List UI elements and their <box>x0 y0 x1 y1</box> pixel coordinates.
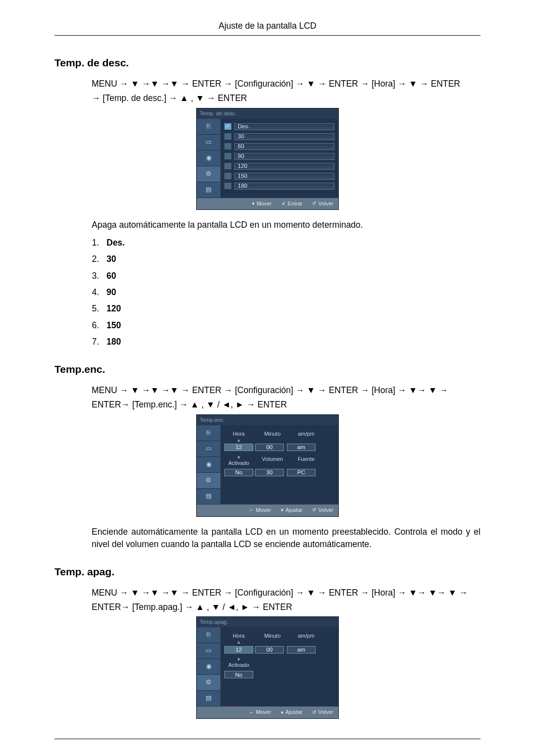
adjust-icon: ♦ <box>281 709 283 716</box>
value-activado[interactable]: No <box>224 671 253 678</box>
option-row[interactable]: 90 <box>224 153 334 160</box>
description-temp-enc: Enciende automáticamente la pantalla LCD… <box>92 526 481 551</box>
osd-tab-strip: ⎘ ▭ ◉ ⚙ ▤ <box>197 425 220 504</box>
tab-sound-icon[interactable]: ◉ <box>197 659 220 675</box>
navpath-temp-de-desc-1: MENU → ▼ →▼ →▼ → ENTER → [Configuración]… <box>92 78 481 90</box>
osd-panel-temp-de-desc: Temp. de desc. ⎘ ▭ ◉ ⚙ ▤ ✓ Des. 30 <box>196 108 339 210</box>
option-row[interactable]: 150 <box>224 173 334 180</box>
value-volumen[interactable]: 30 <box>255 469 284 476</box>
value-ampm[interactable]: am <box>287 646 316 654</box>
up-arrow-icon: ▲ <box>237 640 241 644</box>
osd-footer: ↔Mover ♦Ajustar ↺Volver <box>197 706 338 718</box>
tab-setup-icon[interactable]: ⚙ <box>197 166 220 182</box>
option-label: 30 <box>234 133 334 140</box>
list-item: 30 <box>102 253 481 265</box>
option-label: Des. <box>234 123 334 130</box>
up-arrow-icon: ▲ <box>237 438 241 442</box>
option-label: 60 <box>234 143 334 150</box>
move-icon: ↔ <box>249 709 254 716</box>
osd-tab-strip: ⎘ ▭ ◉ ⚙ ▤ <box>197 119 220 198</box>
page-footer-rule <box>54 739 481 741</box>
navpath-temp-enc-1: MENU → ▼ →▼ →▼ → ENTER → [Configuración]… <box>92 384 481 397</box>
list-item: 90 <box>102 286 481 299</box>
value-ampm[interactable]: am <box>287 444 316 451</box>
back-icon: ↺ <box>312 709 316 716</box>
label-hora: Hora▲ <box>224 430 253 442</box>
label-activado: ▼Activado <box>224 657 253 669</box>
tab-picture-icon[interactable]: ▭ <box>197 643 220 659</box>
navpath-temp-de-desc-2: → [Temp. de desc.] → ▲ , ▼ → ENTER <box>92 92 481 104</box>
value-minuto[interactable]: 00 <box>255 444 284 451</box>
heading-temp-apag: Temp. apag. <box>54 564 481 579</box>
tab-multi-icon[interactable]: ▤ <box>197 182 220 198</box>
option-row[interactable]: 180 <box>224 183 334 190</box>
radio-icon <box>224 143 231 150</box>
radio-icon <box>224 183 231 189</box>
value-hora[interactable]: 12 <box>224 444 253 451</box>
value-hora[interactable]: 12 <box>224 646 253 654</box>
radio-icon <box>224 133 231 140</box>
option-label: 150 <box>234 173 334 180</box>
label-volumen: Volumen <box>258 455 287 467</box>
tab-sound-icon[interactable]: ◉ <box>197 151 220 166</box>
label-minuto: Minuto <box>258 430 287 442</box>
tab-picture-icon[interactable]: ▭ <box>197 441 220 457</box>
footer-move: Mover <box>256 708 271 716</box>
list-item: 60 <box>102 270 481 282</box>
down-arrow-icon: ▼ <box>237 657 241 661</box>
down-arrow-icon: ▼ <box>237 455 241 459</box>
tab-picture-icon[interactable]: ▭ <box>197 135 220 151</box>
option-label: 120 <box>234 163 334 170</box>
option-row[interactable]: ✓ Des. <box>224 123 334 130</box>
footer-back: Volver <box>318 200 333 208</box>
label-minuto: Minuto <box>258 632 287 644</box>
label-activado: ▼Activado <box>224 455 253 467</box>
navpath-temp-apag-1: MENU → ▼ →▼ →▼ → ENTER → [Configuración]… <box>92 587 481 599</box>
osd-title: Temp. de desc. <box>197 108 338 119</box>
navpath-temp-enc-2: ENTER→ [Temp.enc.] → ▲ , ▼ / ◄, ► → ENTE… <box>92 399 481 411</box>
option-label: 90 <box>234 153 334 160</box>
osd-footer: ♦Mover ↲Entrar ↺Volver <box>197 198 338 210</box>
osd-panel-temp-enc: Temp.enc. ⎘ ▭ ◉ ⚙ ▤ Hora▲ Minuto am/pm 1… <box>196 414 339 517</box>
osd-footer: ↔Mover ♦Ajustar ↺Volver <box>197 504 338 516</box>
move-icon: ♦ <box>252 200 255 207</box>
option-row[interactable]: 60 <box>224 143 334 150</box>
heading-temp-de-desc: Temp. de desc. <box>54 55 481 70</box>
label-hora: Hora▲ <box>224 632 253 644</box>
options-list: Des. 30 60 90 120 150 180 <box>102 237 481 349</box>
tab-setup-icon[interactable]: ⚙ <box>197 473 220 489</box>
back-icon: ↺ <box>312 506 316 514</box>
radio-icon <box>224 163 231 169</box>
footer-adjust: Ajustar <box>285 506 302 514</box>
footer-enter: Entrar <box>287 200 302 208</box>
description-temp-de-desc: Apaga automáticamente la pantalla LCD en… <box>92 219 481 231</box>
heading-temp-enc: Temp.enc. <box>54 362 481 377</box>
option-row[interactable]: 30 <box>224 133 334 140</box>
value-minuto[interactable]: 00 <box>255 646 284 654</box>
list-item: Des. <box>102 237 481 249</box>
tab-sound-icon[interactable]: ◉ <box>197 457 220 473</box>
tab-input-icon[interactable]: ⎘ <box>197 425 220 441</box>
label-ampm: am/pm <box>292 632 321 644</box>
footer-adjust: Ajustar <box>285 708 302 716</box>
tab-input-icon[interactable]: ⎘ <box>197 119 220 135</box>
list-item: 120 <box>102 302 481 315</box>
back-icon: ↺ <box>312 200 316 207</box>
adjust-icon: ♦ <box>281 506 283 514</box>
option-row[interactable]: 120 <box>224 163 334 170</box>
radio-icon <box>224 153 231 159</box>
value-fuente[interactable]: PC <box>287 469 316 476</box>
tab-multi-icon[interactable]: ▤ <box>197 489 220 504</box>
tab-setup-icon[interactable]: ⚙ <box>197 675 220 691</box>
footer-back: Volver <box>318 506 333 514</box>
tab-input-icon[interactable]: ⎘ <box>197 627 220 643</box>
value-activado[interactable]: No <box>224 469 253 476</box>
tab-multi-icon[interactable]: ▤ <box>197 691 220 706</box>
page-header: Ajuste de la pantalla LCD <box>54 20 481 36</box>
list-item: 150 <box>102 319 481 332</box>
radio-icon <box>224 173 231 179</box>
footer-move: Mover <box>257 200 272 208</box>
label-ampm: am/pm <box>292 430 321 442</box>
footer-move: Mover <box>256 506 271 514</box>
enter-icon: ↲ <box>281 200 285 207</box>
